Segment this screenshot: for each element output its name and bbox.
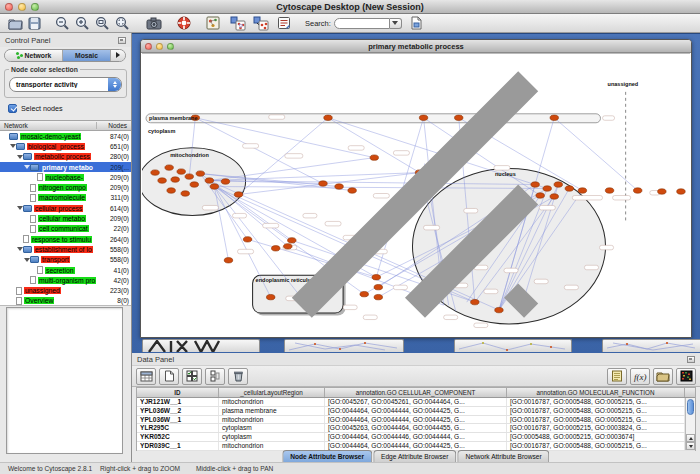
table-row[interactable]: YKR052Ccytoplasm[GO:0044464, GO:0044446,… — [137, 433, 695, 442]
tree-row[interactable]: metabolic process280(0) — [0, 152, 131, 162]
zoom-window-button[interactable] — [31, 3, 39, 11]
tab-edge-attribute-browser[interactable]: Edge Attribute Browser — [373, 450, 456, 462]
window-controls[interactable] — [5, 3, 39, 11]
close-window-button[interactable] — [5, 3, 13, 11]
tree-row[interactable]: macromolecule311(0) — [0, 193, 131, 203]
column-header-region[interactable]: _cellularLayoutRegion — [219, 388, 325, 397]
tree-row[interactable]: transport558(0) — [0, 255, 131, 265]
tree-row[interactable]: primary metabo209(... — [0, 162, 131, 172]
select-attributes-button[interactable] — [182, 368, 202, 385]
expander-icon[interactable] — [16, 206, 23, 210]
tree-row[interactable]: mosaic-demo-yeast874(0) — [0, 131, 131, 141]
tab-mosaic[interactable]: Mosaic — [63, 50, 111, 61]
close-network-button[interactable] — [145, 43, 152, 50]
help-icon[interactable] — [177, 15, 191, 32]
select-nodes-checkbox[interactable] — [8, 104, 17, 113]
expander-icon[interactable] — [16, 155, 23, 159]
tree-column-network[interactable]: Network — [0, 122, 97, 129]
data-panel-header: Data Panel — [132, 353, 700, 365]
expander-icon[interactable] — [9, 144, 16, 148]
tree-row[interactable]: biological_process651(0) — [0, 141, 131, 151]
background-window[interactable] — [284, 339, 404, 352]
scrollbar-thumb[interactable] — [687, 399, 694, 415]
tree-row[interactable]: Overview8(0) — [0, 296, 131, 306]
float-data-panel-icon[interactable] — [687, 356, 695, 363]
tab-node-attribute-browser[interactable]: Node Attribute Browser — [282, 450, 372, 462]
zoom-selected-icon[interactable] — [95, 15, 110, 32]
expander-icon[interactable] — [23, 165, 30, 169]
table-cell: YPL036W__2 — [137, 407, 219, 415]
matrix-view-button[interactable] — [676, 368, 696, 385]
function-builder-button[interactable]: f(x) — [630, 368, 650, 385]
tree-row[interactable]: establishment of lo558(0) — [0, 244, 131, 254]
notes-button[interactable] — [607, 368, 627, 385]
column-header-cellular-component[interactable]: annotation.GO CELLULAR_COMPONENT — [325, 388, 507, 397]
expander-icon[interactable] — [16, 247, 23, 251]
table-row[interactable]: YPL036W__2plasma membrane[GO:0044464, GO… — [137, 407, 695, 416]
background-window[interactable] — [142, 339, 260, 352]
zoom-in-icon[interactable] — [75, 15, 90, 32]
birds-eye-view[interactable] — [6, 307, 123, 454]
search-input[interactable] — [334, 18, 390, 29]
scroll-up-button[interactable] — [686, 434, 695, 442]
tree-row-node-count: 558(0) — [110, 246, 129, 253]
tree-row-node-count: 614(0) — [110, 205, 129, 212]
new-attribute-button[interactable] — [159, 368, 179, 385]
tree-row[interactable]: nitrogen compo209(0) — [0, 182, 131, 192]
minimize-network-button[interactable] — [156, 43, 163, 50]
zoom-fit-icon[interactable] — [115, 15, 130, 32]
tree-row[interactable]: cellular process614(0) — [0, 203, 131, 213]
tree-row-label: response to stimulu — [31, 236, 92, 243]
minimize-window-button[interactable] — [18, 3, 26, 11]
open-session-icon[interactable] — [8, 15, 23, 32]
attribute-select-button[interactable] — [136, 368, 156, 385]
new-attribute-doc-icon[interactable] — [410, 15, 423, 32]
tree-row[interactable]: cellular metabo209(0) — [0, 213, 131, 223]
folder-icon — [23, 246, 32, 253]
network-canvas[interactable]: plasma membranecytoplasmmitochondrionnuc… — [142, 53, 690, 337]
resize-grip-icon[interactable] — [142, 53, 689, 336]
tab-overflow-button[interactable] — [111, 50, 125, 61]
tree-column-nodes[interactable]: Nodes — [97, 122, 131, 129]
scroll-down-button[interactable] — [686, 442, 695, 450]
tab-network-attribute-browser[interactable]: Network Attribute Browser — [457, 450, 549, 462]
table-cell: YKR052C — [137, 433, 219, 441]
column-header-id[interactable]: ID — [137, 388, 219, 397]
tab-network[interactable]: Network — [5, 50, 63, 61]
import-attributes-button[interactable] — [653, 368, 673, 385]
background-window[interactable] — [602, 339, 700, 352]
vizmapper-icon[interactable] — [206, 15, 220, 32]
float-panel-icon[interactable] — [118, 37, 126, 44]
network-view-window[interactable]: primary metabolic process plasma membran… — [140, 39, 692, 338]
background-window[interactable] — [454, 339, 572, 352]
table-row[interactable]: YLR295Ccytoplasm[GO:0045263, GO:0044464,… — [137, 424, 695, 433]
tree-row[interactable]: response to stimulu264(0) — [0, 234, 131, 244]
node-color-dropdown[interactable]: transporter activity — [9, 77, 122, 92]
column-header-molecular-function[interactable]: annotation.GO MOLECULAR_FUNCTION — [507, 388, 685, 397]
attribute-table-body: YJR121W__1mitochondrion[GO:0045267, GO:0… — [137, 398, 695, 451]
search-dropdown-button[interactable] — [390, 18, 402, 29]
tree-row[interactable]: secretion41(0) — [0, 265, 131, 275]
table-row[interactable]: YPL036W__1mitochondrion[GO:0044464, GO:0… — [137, 416, 695, 425]
tree-row[interactable]: nucleobase-209(0) — [0, 172, 131, 182]
delete-attribute-button[interactable] — [228, 368, 248, 385]
tree-row-label: unassigned — [24, 287, 61, 294]
network-window-titlebar[interactable]: primary metabolic process — [141, 40, 691, 53]
zoom-network-button[interactable] — [167, 43, 174, 50]
import-network-icon[interactable] — [253, 15, 269, 32]
table-scrollbar[interactable] — [685, 398, 695, 450]
snapshot-icon[interactable] — [146, 15, 162, 32]
tree-row[interactable]: multi-organism pro42(0) — [0, 275, 131, 285]
tree-row[interactable]: cell communicat22(0) — [0, 224, 131, 234]
status-pan-hint: Middle-click + drag to PAN — [196, 465, 273, 472]
zoom-out-icon[interactable] — [55, 15, 70, 32]
table-row[interactable]: YJR121W__1mitochondrion[GO:0045267, GO:0… — [137, 398, 695, 407]
annotation-icon[interactable] — [277, 15, 291, 32]
save-session-icon[interactable] — [28, 15, 41, 32]
network-window-controls[interactable] — [145, 43, 174, 50]
create-network-icon[interactable] — [230, 15, 246, 32]
expander-icon[interactable] — [23, 258, 30, 262]
tree-row[interactable]: unassigned223(0) — [0, 285, 131, 295]
unselect-attributes-button[interactable] — [205, 368, 225, 385]
network-tree: mosaic-demo-yeast874(0)biological_proces… — [0, 131, 131, 306]
